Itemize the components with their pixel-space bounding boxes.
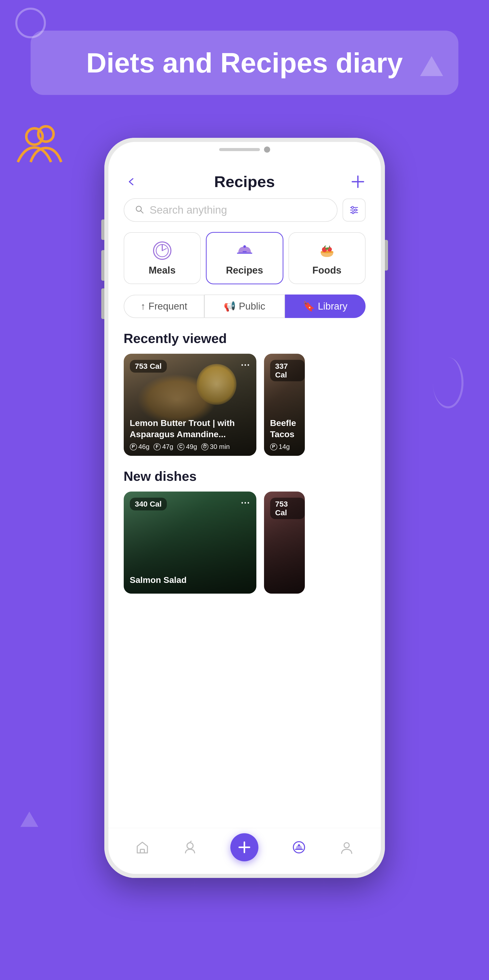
nav-home[interactable] [135, 840, 149, 854]
tacos-calories: 337 Cal [270, 360, 305, 381]
search-bar[interactable]: Search anything [124, 198, 338, 222]
bottom-navigation [108, 828, 381, 874]
recipes-tab-label: Recipes [226, 265, 263, 276]
filter-pills: ↑ Frequent 📢 Public 🔖 Library [108, 294, 381, 331]
svg-point-25 [344, 843, 349, 848]
library-icon: 🔖 [303, 301, 315, 312]
add-button[interactable] [350, 174, 365, 189]
filter-pill-frequent[interactable]: ↑ Frequent [124, 295, 204, 318]
protein-icon: P [130, 443, 137, 450]
recipes-icon [235, 240, 255, 261]
camera-dot [264, 146, 270, 153]
recently-viewed-scroll: 753 Cal ··· Lemon Butter Trout | with As… [108, 354, 381, 463]
bg-decoration-triangle-left [21, 811, 38, 827]
recipe-card-tacos[interactable]: 337 Cal Beefle Tacos P 14g [264, 354, 305, 456]
carbs-icon: C [177, 443, 184, 450]
new-dishes-scroll: 340 Cal ··· Salmon Salad 753 Cal [108, 492, 381, 601]
time-icon: ⏱ [201, 443, 208, 450]
trout-fat: F 47g [154, 443, 173, 451]
phone-side-button-left-3 [101, 288, 104, 319]
tacos-stats: P 14g [270, 443, 299, 451]
svg-line-12 [162, 248, 166, 251]
salad-calories: 340 Cal [130, 498, 167, 511]
category-tab-recipes[interactable]: Recipes [206, 232, 283, 284]
phone-notch [209, 142, 280, 157]
library-label: Library [318, 301, 348, 312]
recipe-card-trout[interactable]: 753 Cal ··· Lemon Butter Trout | with As… [124, 354, 256, 456]
foods-tab-label: Foods [313, 265, 341, 276]
back-button[interactable] [124, 174, 139, 189]
filter-button[interactable] [343, 199, 365, 221]
svg-point-8 [352, 212, 354, 213]
trout-title: Lemon Butter Trout | with Asparagus Aman… [130, 417, 250, 440]
trout-stats: P 46g F 47g C 49g [130, 443, 250, 451]
phone-screen: Recipes [108, 160, 381, 874]
svg-point-7 [354, 209, 357, 211]
page-title: Recipes [214, 172, 275, 191]
nav-profile[interactable] [340, 840, 354, 854]
recipe-card-salad[interactable]: 340 Cal ··· Salmon Salad [124, 492, 256, 593]
frequent-label: Frequent [148, 301, 187, 312]
svg-point-21 [187, 843, 193, 849]
category-tabs: Meals Recipes [108, 232, 381, 294]
trout-time: ⏱ 30 min [201, 443, 230, 451]
svg-point-24 [298, 844, 300, 846]
app-header: Recipes [108, 160, 381, 198]
trout-more-button[interactable]: ··· [241, 360, 250, 371]
trout-protein: P 46g [130, 443, 149, 451]
phone-side-button-left-2 [101, 250, 104, 281]
search-icon [135, 204, 144, 216]
filter-pill-public[interactable]: 📢 Public [204, 294, 285, 318]
phone-side-button-right [385, 240, 388, 270]
svg-point-6 [351, 207, 354, 208]
berry-calories: 753 Cal [270, 498, 305, 519]
meals-tab-label: Meals [149, 265, 176, 276]
tacos-title: Beefle Tacos [270, 417, 299, 440]
phone-inner: Recipes [108, 142, 381, 874]
category-tab-foods[interactable]: Foods [289, 232, 365, 284]
tacos-protein-icon: P [270, 443, 277, 450]
svg-rect-14 [243, 251, 247, 252]
notch-bar [219, 148, 260, 151]
trout-info: Lemon Butter Trout | with Asparagus Aman… [124, 412, 256, 456]
phone-side-button-left-1 [101, 220, 104, 240]
public-icon: 📢 [224, 301, 236, 312]
svg-point-15 [243, 245, 246, 248]
tacos-info: Beefle Tacos P 14g [264, 412, 305, 456]
new-dishes-header: New dishes [108, 469, 381, 492]
foods-icon [317, 240, 337, 261]
app-title: Diets and Recipes diary [51, 46, 438, 80]
tacos-protein: P 14g [270, 443, 290, 451]
header-card: Diets and Recipes diary [31, 30, 458, 95]
recipe-card-berry[interactable]: 753 Cal [264, 492, 305, 593]
nav-add-center[interactable] [230, 833, 259, 861]
trout-carbs: C 49g [177, 443, 197, 451]
public-label: Public [239, 301, 265, 312]
salad-more-button[interactable]: ··· [241, 498, 250, 508]
salad-title: Salmon Salad [130, 574, 250, 585]
meals-icon [152, 240, 172, 261]
category-tab-meals[interactable]: Meals [124, 232, 201, 284]
frequent-icon: ↑ [141, 301, 145, 312]
svg-point-1 [26, 128, 43, 145]
search-container: Search anything [108, 198, 381, 232]
fat-icon: F [154, 443, 161, 450]
svg-rect-20 [140, 850, 144, 853]
people-icon [15, 123, 66, 164]
phone-body: Recipes [104, 138, 385, 878]
filter-pill-library[interactable]: 🔖 Library [285, 294, 365, 318]
salad-info: Salmon Salad [124, 569, 256, 593]
trout-calories: 753 Cal [130, 360, 167, 372]
svg-point-0 [38, 126, 54, 142]
nav-diet[interactable] [183, 840, 197, 854]
nav-recipes[interactable] [292, 840, 306, 854]
bg-decoration-wave [433, 357, 464, 408]
recently-viewed-header: Recently viewed [108, 331, 381, 354]
search-placeholder: Search anything [150, 204, 227, 216]
phone-device: Recipes [104, 138, 385, 878]
